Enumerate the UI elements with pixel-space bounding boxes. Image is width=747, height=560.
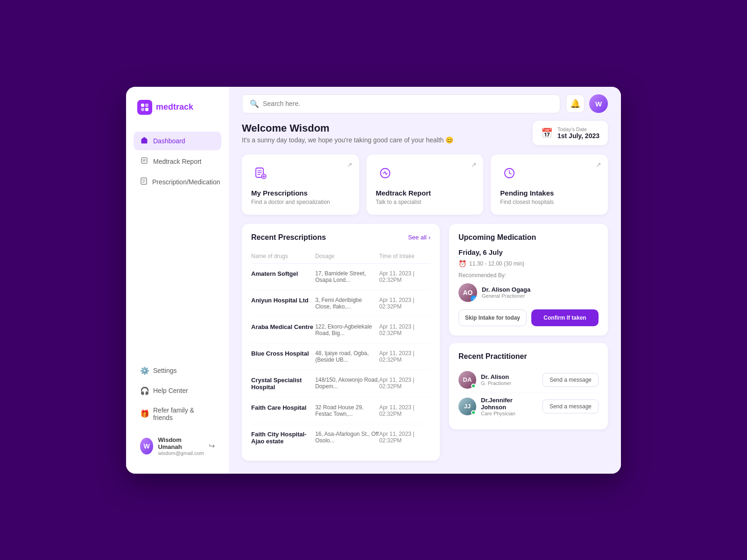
sidebar-item-refer[interactable]: 🎁 Refer family & friends — [134, 402, 221, 426]
practitioner-info: Dr. Alison G. Practioner — [481, 373, 538, 386]
welcome-subtitle: It's a sunny day today, we hope you're t… — [242, 136, 453, 144]
sidebar-item-dashboard[interactable]: Dashboard — [134, 132, 221, 150]
upcoming-card: Upcoming Medication Friday, 6 July ⏰ 11.… — [449, 224, 608, 336]
sidebar-item-dashboard-label: Dashboard — [153, 137, 185, 145]
cell-time: Apr 11, 2023 | 02:32PM — [379, 404, 430, 417]
quick-card-intakes-subtitle: Find closest hospitals — [500, 199, 599, 205]
col-name: Name of drugs — [251, 253, 315, 259]
upcoming-time: ⏰ 11.30 - 12.00 (30 min) — [458, 260, 599, 267]
search-bar: 🔍 — [242, 94, 560, 113]
upcoming-date: Friday, 6 July — [458, 248, 599, 256]
table-row[interactable]: Araba Medical Centre 122, Ekoro-Agbeleka… — [251, 317, 430, 343]
cell-drug-name: Amatern Softgel — [251, 270, 315, 283]
report-icon — [140, 157, 148, 166]
help-icon: 🎧 — [140, 386, 148, 395]
send-message-button[interactable]: Send a message — [543, 399, 599, 413]
sidebar-bottom: ⚙️ Settings 🎧 Help Center 🎁 Refer family… — [134, 362, 221, 461]
sidebar: medtrack Dashboard Medtrack Repor — [126, 87, 229, 474]
practitioner-name: Dr.Jennifer Johnson — [481, 397, 538, 411]
refer-icon: 🎁 — [140, 409, 148, 418]
quick-cards: ↗ My Prescriptions Find a doctor and spe… — [242, 154, 608, 215]
col-dosage: Dosage — [315, 253, 379, 259]
date-card: 📅 Today's Date 1st July, 2023 — [533, 121, 608, 145]
chevron-right-icon: › — [429, 234, 430, 241]
table-row[interactable]: Aniyun Hospital Ltd 3, Femi Aderibigbe C… — [251, 290, 430, 317]
search-input[interactable] — [263, 100, 552, 107]
logo-text: medtrack — [156, 102, 193, 112]
user-email: wisdom@gmail.com — [158, 450, 204, 456]
online-indicator — [471, 384, 476, 388]
settings-label: Settings — [153, 367, 177, 374]
search-icon: 🔍 — [250, 99, 259, 108]
cell-dosage: 122, Ekoro-Agbelekale Road, Big... — [315, 323, 379, 336]
prescription-table-body: Amatern Softgel 17, Bamidele Street, Osa… — [251, 264, 430, 451]
sidebar-item-help[interactable]: 🎧 Help Center — [134, 382, 221, 400]
send-message-button[interactable]: Send a message — [543, 373, 599, 387]
practitioner-avatar: DA — [458, 371, 476, 389]
quick-card-prescriptions-title: My Prescriptions — [251, 189, 350, 197]
prescriptions-card: Recent Prescriptions See all › Name of d… — [242, 224, 440, 461]
quick-card-intakes-title: Pending Intakes — [500, 189, 599, 197]
practitioner-row: JJ Dr.Jennifer Johnson Care Physician Se… — [458, 393, 599, 420]
table-row[interactable]: Amatern Softgel 17, Bamidele Street, Osa… — [251, 264, 430, 290]
user-profile: W Wisdom Umanah wisdom@gmail.com ↪ — [134, 432, 221, 461]
see-all-button[interactable]: See all › — [408, 234, 430, 241]
quick-card-prescriptions-subtitle: Find a doctor and specialization — [251, 199, 350, 205]
cell-dosage: 16, Asa-Afarlogun St., Off Osolo... — [315, 431, 379, 445]
quick-card-report[interactable]: ↗ Medtrack Report Talk to a specialist — [366, 154, 484, 215]
settings-icon: ⚙️ — [140, 366, 148, 375]
welcome-text: Welcome Wisdom It's a sunny day today, w… — [242, 122, 453, 144]
cell-dosage: 32 Road House 29, Festac Town,... — [315, 404, 379, 417]
cell-dosage: 48, Ijaiye road, Ogba, (Beside UB... — [315, 350, 379, 363]
upcoming-time-text: 11.30 - 12.00 (30 min) — [469, 260, 524, 267]
practitioner-avatar: JJ — [458, 398, 476, 415]
svg-rect-2 — [141, 108, 144, 111]
confirm-intake-button[interactable]: Confirm If taken — [531, 309, 599, 326]
arrow-icon-report: ↗ — [471, 161, 477, 168]
notification-button[interactable]: 🔔 — [566, 94, 585, 113]
prescriptions-card-header: Recent Prescriptions See all › — [251, 233, 430, 242]
prescriptions-icon — [251, 164, 270, 182]
sidebar-item-report[interactable]: Medtrack Report — [134, 152, 221, 171]
cell-dosage: 148/150, Akowonjo Road, Dopem... — [315, 377, 379, 391]
table-row[interactable]: Faith City Hospital- Ajao estate 16, Asa… — [251, 424, 430, 451]
quick-card-prescriptions[interactable]: ↗ My Prescriptions Find a doctor and spe… — [242, 154, 359, 215]
cell-drug-name: Crystal Specialist Hospital — [251, 377, 315, 391]
recommended-label: Recommended By: — [458, 272, 599, 279]
table-row[interactable]: Blue Cross Hospital 48, Ijaiye road, Ogb… — [251, 343, 430, 370]
sidebar-item-prescription[interactable]: Prescription/Medication — [134, 173, 221, 191]
practitioner-title: Recent Practitioner — [458, 352, 599, 361]
user-name: Wisdom Umanah — [158, 436, 204, 450]
table-row[interactable]: Crystal Specialist Hospital 148/150, Ako… — [251, 370, 430, 398]
doctor-specialty: General Practioner — [482, 293, 530, 299]
col-time: Time of Intake — [379, 253, 430, 259]
header-actions: 🔔 W — [566, 94, 608, 113]
home-icon — [140, 136, 148, 146]
doctor-details: Dr. Alison Ogaga General Practioner — [482, 286, 530, 299]
prescription-icon — [140, 177, 148, 187]
intakes-icon — [500, 164, 519, 182]
content-area: Welcome Wisdom It's a sunny day today, w… — [229, 121, 621, 474]
practitioner-role: G. Practioner — [481, 380, 538, 386]
skip-intake-button[interactable]: Skip Intake for today — [458, 309, 527, 326]
clock-icon: ⏰ — [458, 260, 466, 267]
header: 🔍 🔔 W — [229, 87, 621, 121]
sidebar-item-settings[interactable]: ⚙️ Settings — [134, 362, 221, 380]
logout-icon[interactable]: ↪ — [209, 441, 215, 450]
sidebar-item-report-label: Medtrack Report — [153, 158, 201, 165]
bottom-grid: Recent Prescriptions See all › Name of d… — [242, 224, 608, 461]
user-avatar: W — [140, 438, 153, 455]
doctor-name: Dr. Alison Ogaga — [482, 286, 530, 293]
doctor-info: AO ✓ Dr. Alison Ogaga General Practioner — [458, 283, 599, 302]
upcoming-actions: Skip Intake for today Confirm If taken — [458, 309, 599, 326]
welcome-section: Welcome Wisdom It's a sunny day today, w… — [242, 121, 608, 145]
cell-time: Apr 11, 2023 | 02:32PM — [379, 431, 430, 445]
cell-time: Apr 11, 2023 | 02:32PM — [379, 323, 430, 336]
quick-card-report-title: Medtrack Report — [376, 189, 474, 197]
cell-drug-name: Faith Care Hospital — [251, 404, 315, 417]
svg-rect-1 — [145, 104, 148, 107]
quick-card-intakes[interactable]: ↗ Pending Intakes Find closest hospitals — [491, 154, 608, 215]
header-avatar[interactable]: W — [589, 94, 608, 113]
date-info: Today's Date 1st July, 2023 — [557, 126, 599, 140]
table-row[interactable]: Faith Care Hospital 32 Road House 29, Fe… — [251, 398, 430, 424]
